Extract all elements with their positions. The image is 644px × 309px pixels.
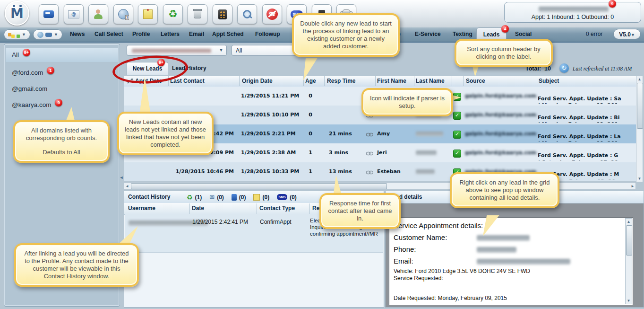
sidebar-item-ford[interactable]: @ford.com 1	[6, 66, 118, 80]
details-scrollbar[interactable]: ▲ ▼	[625, 218, 632, 304]
do-not-call-icon[interactable]: ☎	[262, 4, 282, 24]
user-status-box: 9 Appt: 1 Inbound: 1 Outbound: 0	[504, 2, 641, 23]
refresh-icon[interactable]: ↻	[559, 63, 569, 73]
callout-new-leads: New Leads contain all new leads not yet …	[117, 112, 214, 155]
menu-item-followup[interactable]: Followup	[255, 31, 280, 37]
phone-label: Phone:	[394, 245, 416, 253]
menu-item-appt-sched[interactable]: Appt Sched	[212, 31, 244, 37]
phonebook-icon	[232, 194, 237, 201]
parser-check-icon: ✓	[453, 150, 461, 158]
col-last-name[interactable]: Last Name	[416, 78, 445, 84]
menu-item-letters[interactable]: Letters	[161, 31, 180, 37]
scrollbar-thumb[interactable]	[131, 183, 387, 189]
blurred-last-name	[416, 150, 437, 155]
blurred-dealer-name	[132, 49, 211, 53]
speech-bubble-icon	[45, 33, 52, 37]
recycle-icon[interactable]: ♻	[163, 4, 183, 24]
sticky-note-icon[interactable]	[138, 4, 158, 24]
col-username[interactable]: Username	[128, 205, 155, 212]
mail-icon: ✉	[209, 194, 215, 201]
orb-count-badge: 1	[47, 67, 54, 74]
contact-history-title: Contact History	[128, 191, 170, 203]
app-logo-icon: M	[5, 1, 29, 26]
callout-after-linking: After linking a lead you will be directe…	[14, 243, 139, 287]
link-icon	[366, 132, 373, 137]
link-icon	[366, 151, 373, 156]
customer-name-label: Customer Name:	[394, 233, 447, 241]
vehicle-text: Vehicle: Ford 2010 Edge 3.5L V6 DOHC 24V…	[394, 268, 530, 274]
user-alert-badge: 9	[609, 0, 616, 8]
sidebar-item-gmail[interactable]: @gmail.com	[6, 82, 118, 96]
calculator-icon[interactable]	[213, 4, 232, 24]
menu-item-social[interactable]: Social	[515, 31, 532, 37]
blurred-customer-name	[477, 235, 530, 241]
note-icon	[253, 194, 260, 201]
crm-window: M @ ♻ ☎ SMS 9 Appt: 1 Inbound: 1 Outboun…	[0, 0, 644, 309]
menu-item-news[interactable]: News	[70, 31, 85, 37]
version-dropdown[interactable]: V5.0▼	[613, 29, 641, 39]
details-title: Service Appointment details:	[394, 221, 483, 230]
dealer-dropdown[interactable]: ▼	[127, 45, 227, 56]
lead-details-content: Service Appointment details: Customer Na…	[389, 217, 633, 305]
date-requested-text: Date Requested: Monday, February 09, 201…	[394, 295, 507, 301]
col-subject[interactable]: Subject	[539, 78, 559, 84]
leads-badge: 4	[501, 25, 509, 33]
search-icon[interactable]	[237, 4, 257, 24]
vertical-scrollbar[interactable]: ▲ ▼	[636, 76, 643, 182]
chevron-down-icon: ▼	[22, 32, 26, 37]
sms-icon: SMS	[277, 194, 287, 200]
col-date[interactable]: Date	[192, 205, 204, 212]
sidebar-item-all[interactable]: All 9+	[6, 48, 118, 62]
service-requested-label: Service Requested:	[394, 275, 443, 282]
person-bubble-icon	[37, 32, 43, 38]
scrollbar-thumb[interactable]	[637, 83, 643, 129]
trash-icon[interactable]	[188, 4, 207, 24]
col-age[interactable]: Age	[305, 78, 316, 84]
chevron-down-icon: ▼	[54, 32, 58, 37]
org-icon	[8, 33, 11, 36]
chevron-down-icon: ▼	[631, 33, 635, 37]
schedule-icon[interactable]	[113, 4, 133, 24]
scrollbar-thumb[interactable]	[626, 225, 632, 256]
email-label: Email:	[394, 257, 413, 265]
blurred-phone	[477, 247, 516, 253]
menu-item-e-service[interactable]: E-Service	[415, 31, 441, 37]
blurred-user-name	[539, 7, 609, 12]
orb-count-badge: 9	[55, 99, 62, 106]
blurred-last-name	[416, 169, 435, 174]
menu-item-call-select[interactable]: Call Select	[94, 31, 123, 37]
menu-item-email[interactable]: Email	[189, 31, 204, 37]
callout-double-click: Double click any new lead to start the p…	[292, 13, 400, 57]
appt-stats: Appt: 1 Inbound: 1 Outbound: 0	[505, 14, 641, 20]
error-count: 0 error	[586, 31, 602, 37]
callout-response-time: Response time for first contact after le…	[319, 193, 401, 229]
menu-item-profile[interactable]: Profile	[132, 31, 150, 37]
col-source[interactable]: Source	[466, 78, 485, 84]
col-last-contact[interactable]: Last Contact	[170, 78, 205, 84]
chevron-down-icon: ▼	[219, 47, 223, 53]
recycle-icon: ♻	[187, 194, 193, 201]
link-icon	[366, 170, 373, 175]
orb-count-badge: 9+	[23, 49, 30, 56]
mailbox-icon[interactable]	[39, 4, 59, 24]
col-origin-date[interactable]: Origin Date	[242, 78, 273, 84]
open-mail-icon[interactable]: @	[64, 4, 84, 24]
col-resp-time[interactable]: Resp Time	[327, 78, 355, 84]
callout-domains: All domains listed with corresponding or…	[13, 120, 110, 163]
chat-menu-button[interactable]: ▼	[33, 29, 62, 40]
callout-right-click: Right click on any lead in the grid abov…	[450, 172, 559, 208]
sidebar-item-kaarya[interactable]: @kaarya.com 9	[6, 98, 118, 112]
callout-parser: Icon will indicate if parser is setup.	[361, 88, 453, 116]
blurred-email	[477, 259, 570, 265]
contact-icon[interactable]	[88, 4, 108, 24]
menu-item-texting[interactable]: Texting	[453, 31, 472, 37]
blurred-last-name	[416, 132, 443, 136]
lead-details-panel: Lead details Service Appointment details…	[385, 191, 644, 308]
parser-check-icon: ✓	[453, 112, 461, 120]
col-contact-type[interactable]: Contact Type	[259, 205, 295, 212]
parser-check-icon: ✓	[453, 131, 461, 139]
callout-sort: Sort any column header by clicking on th…	[455, 39, 553, 67]
col-first-name[interactable]: First Name	[377, 78, 406, 84]
org-menu-button[interactable]: ▼	[4, 29, 30, 40]
last-refreshed-text: Last refreshed at 11:08 AM	[573, 66, 632, 71]
